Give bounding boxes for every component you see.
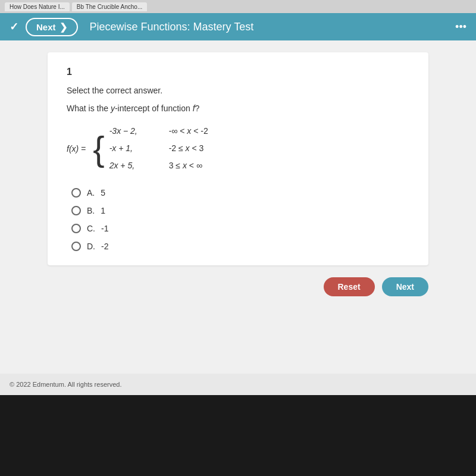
radio-b[interactable]	[71, 206, 81, 215]
case-3-domain: 3 ≤ x < ∞	[169, 158, 202, 173]
action-buttons: Reset Next	[48, 277, 428, 296]
open-brace-icon: {	[93, 131, 104, 166]
brace-container: { -3x − 2, -∞ < x < -2 -x + 1, -2 ≤ x < …	[93, 124, 208, 174]
choice-a[interactable]: A. 5	[71, 188, 409, 198]
choice-c-label: C.	[87, 224, 95, 233]
case-1-expr: -3x − 2,	[109, 124, 157, 139]
question-prompt: What is the y-intercept of function f?	[67, 104, 409, 113]
case-3-expr: 2x + 5,	[109, 158, 157, 173]
check-icon: ✓	[10, 20, 18, 33]
choice-b-label: B.	[87, 206, 95, 215]
dark-bottom-area	[0, 395, 476, 476]
choice-a-value: 5	[101, 188, 105, 198]
case-2-expr: -x + 1,	[109, 141, 157, 156]
case-2-domain: -2 ≤ x < 3	[169, 141, 204, 156]
radio-c[interactable]	[71, 224, 81, 233]
choice-a-label: A.	[87, 188, 95, 198]
question-number: 1	[67, 67, 409, 77]
piecewise-function: f(x) = { -3x − 2, -∞ < x < -2 -x + 1, -2…	[67, 124, 409, 174]
tab-bar: How Does Nature I... Bb The Crucible Anc…	[0, 0, 476, 13]
question-instruction: Select the correct answer.	[67, 86, 409, 95]
radio-a[interactable]	[71, 188, 81, 198]
tab-1[interactable]: How Does Nature I...	[5, 2, 70, 11]
piecewise-cases: -3x − 2, -∞ < x < -2 -x + 1, -2 ≤ x < 3 …	[109, 124, 208, 174]
toolbar-next-button[interactable]: Next ❯	[26, 18, 78, 36]
toolbar-next-arrow-icon: ❯	[60, 21, 67, 33]
choice-c-value: -1	[101, 224, 108, 233]
choice-c[interactable]: C. -1	[71, 224, 409, 233]
app-toolbar: ✓ Next ❯ Piecewise Functions: Mastery Te…	[0, 13, 476, 40]
choice-d[interactable]: D. -2	[71, 242, 409, 251]
choice-b-value: 1	[101, 206, 105, 215]
page-title: Piecewise Functions: Mastery Test	[90, 21, 254, 33]
reset-button[interactable]: Reset	[324, 277, 375, 296]
tab-2[interactable]: Bb The Crucible Ancho...	[72, 2, 147, 11]
more-options-icon[interactable]: •••	[455, 21, 466, 33]
footer: © 2022 Edmentum. All rights reserved.	[0, 374, 476, 395]
choice-d-value: -2	[101, 242, 108, 251]
case-1-domain: -∞ < x < -2	[169, 124, 208, 139]
case-row-2: -x + 1, -2 ≤ x < 3	[109, 141, 208, 156]
choice-d-label: D.	[87, 242, 95, 251]
toolbar-next-label: Next	[36, 22, 56, 32]
case-row-3: 2x + 5, 3 ≤ x < ∞	[109, 158, 208, 173]
case-row-1: -3x − 2, -∞ < x < -2	[109, 124, 208, 139]
answer-choices: A. 5 B. 1 C. -1 D. -2	[71, 188, 409, 251]
radio-d[interactable]	[71, 242, 81, 251]
next-button[interactable]: Next	[382, 277, 428, 296]
question-container: 1 Select the correct answer. What is the…	[48, 52, 428, 265]
copyright-text: © 2022 Edmentum. All rights reserved.	[10, 381, 121, 388]
function-lhs: f(x) =	[67, 144, 86, 154]
choice-b[interactable]: B. 1	[71, 206, 409, 215]
main-content: 1 Select the correct answer. What is the…	[0, 40, 476, 374]
